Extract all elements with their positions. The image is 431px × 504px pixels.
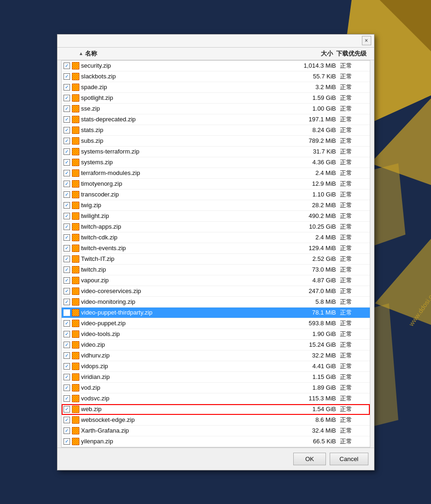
table-row[interactable]: viridian.zip1.15 GiB正常 — [62, 372, 370, 383]
file-name: systems.zip — [81, 159, 289, 166]
table-row[interactable]: slackbots.zip55.7 KiB正常 — [62, 71, 370, 82]
table-row[interactable]: websocket-edge.zip8.6 MiB正常 — [62, 415, 370, 426]
file-size: 1.59 GiB — [289, 94, 340, 101]
file-checkbox[interactable] — [64, 191, 70, 198]
file-priority: 正常 — [340, 362, 368, 371]
table-row[interactable]: video-monitoring.zip5.8 MiB正常 — [62, 297, 370, 308]
file-checkbox[interactable] — [64, 277, 70, 284]
file-checkbox[interactable] — [64, 138, 70, 144]
ok-button[interactable]: OK — [293, 453, 326, 465]
table-row[interactable]: Twitch-IT.zip2.52 GiB正常 — [62, 254, 370, 265]
table-row[interactable]: video-puppet.zip593.8 MiB正常 — [62, 318, 370, 329]
file-checkbox[interactable] — [64, 352, 70, 359]
table-row[interactable]: video-tools.zip1.90 GiB正常 — [62, 329, 370, 340]
table-row[interactable]: transcoder.zip1.10 GiB正常 — [62, 189, 370, 200]
table-row[interactable]: yilenpan.zip66.5 KiB正常 — [62, 436, 370, 447]
table-row[interactable]: web.zip1.54 GiB正常 — [62, 404, 370, 415]
file-name: twitch-apps.zip — [81, 223, 289, 230]
file-checkbox[interactable] — [64, 288, 70, 294]
table-row[interactable]: subs.zip789.2 MiB正常 — [62, 136, 370, 147]
zip-icon — [72, 202, 79, 209]
file-size: 2.52 GiB — [289, 255, 340, 262]
table-row[interactable]: twilight.zip490.2 MiB正常 — [62, 211, 370, 222]
file-checkbox[interactable] — [64, 266, 70, 273]
file-priority: 正常 — [340, 266, 368, 274]
table-row[interactable]: systems-terraform.zip31.7 KiB正常 — [62, 147, 370, 157]
file-checkbox[interactable] — [64, 363, 70, 370]
table-row[interactable]: stats-deprecated.zip197.1 MiB正常 — [62, 114, 370, 125]
table-row[interactable]: vidops.zip4.41 GiB正常 — [62, 361, 370, 372]
file-checkbox[interactable] — [64, 181, 70, 187]
table-row[interactable]: twitch.zip73.0 MiB正常 — [62, 265, 370, 275]
table-row[interactable]: vapour.zip4.87 GiB正常 — [62, 275, 370, 286]
file-checkbox[interactable] — [64, 406, 70, 413]
file-size: 115.3 MiB — [289, 395, 340, 402]
file-priority: 正常 — [340, 83, 368, 91]
table-row[interactable]: twitch-apps.zip10.25 GiB正常 — [62, 222, 370, 232]
file-checkbox[interactable] — [64, 116, 70, 123]
file-checkbox[interactable] — [64, 395, 70, 402]
file-name: spade.zip — [81, 84, 289, 91]
table-row[interactable]: stats.zip8.24 GiB正常 — [62, 125, 370, 136]
file-checkbox[interactable] — [64, 309, 70, 316]
file-checkbox[interactable] — [64, 234, 70, 241]
table-row[interactable]: timotyenorg.zip12.9 MiB正常 — [62, 179, 370, 189]
table-row[interactable]: security.zip1,014.3 MiB正常 — [62, 61, 370, 71]
file-checkbox[interactable] — [64, 127, 70, 133]
table-row[interactable]: spotlight.zip1.59 GiB正常 — [62, 93, 370, 104]
file-checkbox[interactable] — [64, 256, 70, 262]
table-row[interactable]: twitch-cdk.zip2.4 MiB正常 — [62, 232, 370, 243]
file-checkbox[interactable] — [64, 245, 70, 252]
file-priority: 正常 — [340, 137, 368, 145]
file-checkbox[interactable] — [64, 417, 70, 423]
file-checkbox[interactable] — [64, 105, 70, 112]
table-row[interactable]: systems.zip4.36 GiB正常 — [62, 157, 370, 168]
file-checkbox[interactable] — [64, 63, 70, 69]
file-checkbox[interactable] — [64, 148, 70, 155]
table-row[interactable]: vodsvc.zip115.3 MiB正常 — [62, 393, 370, 404]
file-size: 1.15 GiB — [289, 373, 340, 380]
file-checkbox[interactable] — [64, 202, 70, 209]
table-row[interactable]: sse.zip1.00 GiB正常 — [62, 104, 370, 114]
file-checkbox[interactable] — [64, 427, 70, 434]
table-row[interactable]: twig.zip28.2 MiB正常 — [62, 200, 370, 211]
file-priority: 正常 — [340, 201, 368, 210]
file-checkbox[interactable] — [64, 342, 70, 348]
table-row[interactable]: twitch-events.zip129.4 MiB正常 — [62, 243, 370, 254]
zip-icon — [72, 384, 79, 392]
table-row[interactable]: Xarth-Grafana.zip32.4 MiB正常 — [62, 426, 370, 436]
file-checkbox[interactable] — [64, 374, 70, 380]
file-priority: 正常 — [340, 341, 368, 349]
file-priority: 正常 — [340, 308, 368, 317]
file-size: 1.54 GiB — [289, 406, 340, 413]
cancel-button[interactable]: Cancel — [330, 453, 368, 465]
file-list[interactable]: security.zip1,014.3 MiB正常slackbots.zip55… — [61, 60, 370, 448]
file-size: 4.41 GiB — [289, 363, 340, 370]
file-size: 1.89 GiB — [289, 384, 340, 391]
close-button[interactable]: × — [362, 36, 371, 45]
zip-icon — [72, 73, 79, 80]
file-checkbox[interactable] — [64, 73, 70, 80]
table-row[interactable]: vidhurv.zip32.2 MiB正常 — [62, 350, 370, 361]
table-row[interactable]: video-puppet-thirdparty.zip78.1 MiB正常 — [62, 308, 370, 318]
file-checkbox[interactable] — [64, 159, 70, 166]
file-priority: 正常 — [340, 233, 368, 242]
file-checkbox[interactable] — [64, 320, 70, 327]
table-row[interactable]: video.zip15.24 GiB正常 — [62, 340, 370, 350]
file-checkbox[interactable] — [64, 95, 70, 101]
file-name: video-tools.zip — [81, 330, 289, 337]
file-checkbox[interactable] — [64, 170, 70, 176]
file-checkbox[interactable] — [64, 438, 70, 445]
table-row[interactable]: video-coreservices.zip247.0 MiB正常 — [62, 286, 370, 297]
file-checkbox[interactable] — [64, 299, 70, 305]
file-checkbox[interactable] — [64, 331, 70, 337]
table-row[interactable]: spade.zip3.2 MiB正常 — [62, 82, 370, 93]
file-checkbox[interactable] — [64, 385, 70, 391]
file-checkbox[interactable] — [64, 213, 70, 219]
file-checkbox[interactable] — [64, 224, 70, 230]
file-priority: 正常 — [340, 330, 368, 338]
file-checkbox[interactable] — [64, 84, 70, 91]
table-row[interactable]: terraform-modules.zip2.4 MiB正常 — [62, 168, 370, 179]
table-row[interactable]: vod.zip1.89 GiB正常 — [62, 383, 370, 393]
file-priority: 正常 — [340, 287, 368, 295]
